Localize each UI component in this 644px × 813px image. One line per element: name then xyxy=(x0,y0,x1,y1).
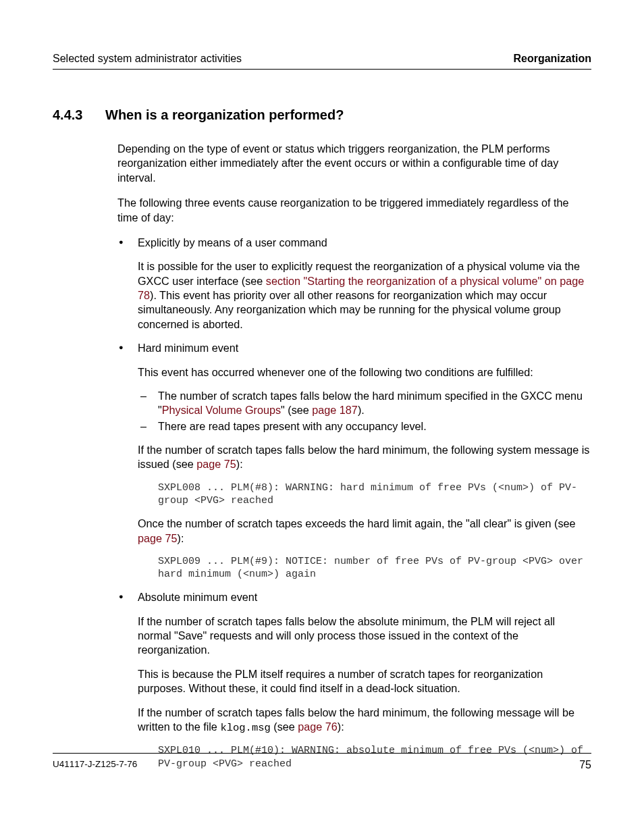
text: ). xyxy=(358,404,365,416)
link-page-76[interactable]: page 76 xyxy=(298,720,338,733)
text: ): xyxy=(236,458,243,470)
page: Selected system administrator activities… xyxy=(0,0,644,813)
code-sxpl009: SXPL009 ... PLM(#9): NOTICE: number of f… xyxy=(158,555,591,581)
abs-min-p2: This is because the PLM itself requires … xyxy=(138,667,591,696)
page-footer: U41117-J-Z125-7-76 75 xyxy=(53,753,591,771)
event-hard-minimum-lead: This event has occurred whenever one of … xyxy=(138,365,591,379)
header-right: Reorganization xyxy=(513,53,591,65)
event-explicit-title: Explicitly by means of a user command xyxy=(138,236,591,250)
condition-2: There are read tapes present with any oc… xyxy=(138,419,591,434)
link-pvg[interactable]: Physical Volume Groups xyxy=(162,404,281,416)
text: ). This event has priority over all othe… xyxy=(138,289,561,330)
text: (see xyxy=(271,720,298,733)
event-explicit-body: It is possible for the user to explicitl… xyxy=(138,259,591,332)
hard-min-conditions: The number of scratch tapes falls below … xyxy=(138,389,591,434)
event-absolute-minimum-title: Absolute minimum event xyxy=(138,590,591,604)
event-hard-minimum-title: Hard minimum event xyxy=(138,341,591,355)
section-title: When is a reorganization performed? xyxy=(105,107,344,123)
text: If the number of scratch tapes falls bel… xyxy=(138,706,574,733)
file-klog-msg: klog.msg xyxy=(220,722,270,734)
text: ): xyxy=(338,720,344,733)
text: ): xyxy=(178,532,184,544)
section-number: 4.4.3 xyxy=(53,107,105,123)
condition-1: The number of scratch tapes falls below … xyxy=(138,389,591,418)
header-left: Selected system administrator activities xyxy=(53,53,242,65)
text: " (see xyxy=(281,404,312,416)
page-header: Selected system administrator activities… xyxy=(53,53,591,70)
page-number: 75 xyxy=(579,759,591,771)
event-absolute-minimum: Absolute minimum event If the number of … xyxy=(117,590,591,770)
event-list: Explicitly by means of a user command It… xyxy=(117,236,591,770)
doc-id: U41117-J-Z125-7-76 xyxy=(53,759,137,771)
section-heading: 4.4.3 When is a reorganization performed… xyxy=(53,107,591,123)
event-explicit: Explicitly by means of a user command It… xyxy=(117,236,591,332)
hard-min-clear-intro: Once the number of scratch tapes exceeds… xyxy=(138,517,591,546)
abs-min-p1: If the number of scratch tapes falls bel… xyxy=(138,614,591,658)
link-page-75-a[interactable]: page 75 xyxy=(196,458,236,470)
text: Once the number of scratch tapes exceeds… xyxy=(138,517,576,529)
intro-paragraph-2: The following three events cause reorgan… xyxy=(117,196,591,225)
event-hard-minimum: Hard minimum event This event has occurr… xyxy=(117,341,591,581)
code-sxpl008: SXPL008 ... PLM(#8): WARNING: hard minim… xyxy=(158,481,591,507)
link-page-187[interactable]: page 187 xyxy=(312,404,358,416)
abs-min-p3: If the number of scratch tapes falls bel… xyxy=(138,706,591,735)
hard-min-msg-intro: If the number of scratch tapes falls bel… xyxy=(138,443,591,472)
intro-paragraph-1: Depending on the type of event or status… xyxy=(117,142,591,185)
link-page-75-b[interactable]: page 75 xyxy=(138,532,178,544)
body-column: Depending on the type of event or status… xyxy=(117,142,591,770)
